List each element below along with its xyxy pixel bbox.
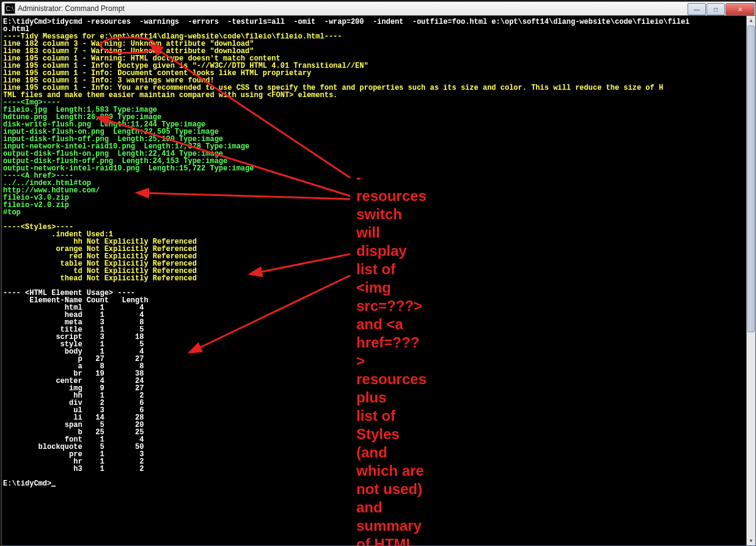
- maximize-button[interactable]: □: [706, 3, 725, 15]
- window-title: Administrator: Command Prompt: [18, 4, 688, 13]
- command-prompt-window: C:\ Administrator: Command Prompt — □ ✕ …: [1, 1, 756, 546]
- titlebar[interactable]: C:\ Administrator: Command Prompt — □ ✕: [2, 2, 755, 16]
- cursor: [51, 486, 56, 487]
- scroll-thumb[interactable]: [747, 26, 755, 332]
- prompt: E:\tidyCmd>: [3, 479, 51, 488]
- scrollbar[interactable]: ▲ ▼: [746, 16, 755, 545]
- scroll-up-icon[interactable]: ▲: [747, 16, 755, 25]
- scroll-down-icon[interactable]: ▼: [747, 536, 755, 545]
- cmd-icon: C:\: [4, 3, 15, 14]
- minimize-button[interactable]: —: [688, 3, 706, 15]
- terminal-output[interactable]: E:\tidyCmd>tidycmd -resources -warnings …: [2, 16, 747, 545]
- window-buttons: — □ ✕: [688, 2, 755, 15]
- close-button[interactable]: ✕: [725, 3, 755, 15]
